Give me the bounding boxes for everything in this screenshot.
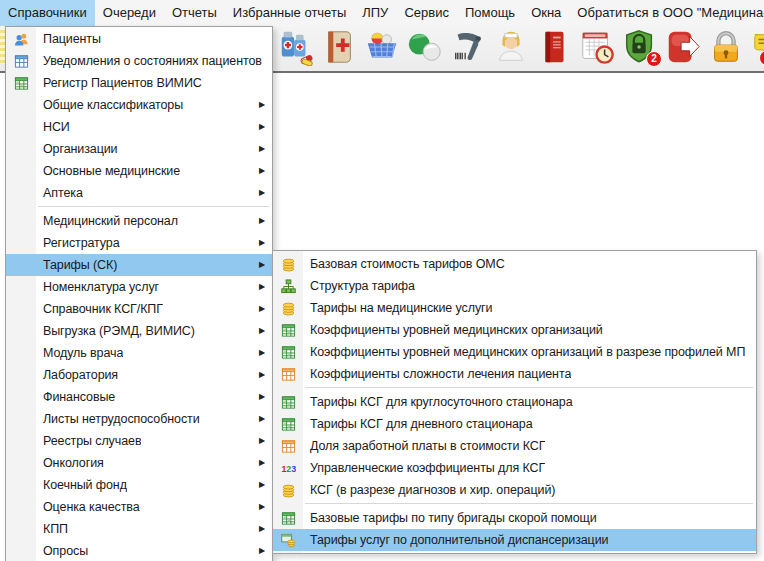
- submenu-arrow-icon: ▶: [259, 415, 272, 423]
- menubar-item-8[interactable]: Обратиться в ООО "Медицина-ИТ": [569, 0, 764, 26]
- medical-book-icon[interactable]: [320, 28, 358, 66]
- menu-item-12[interactable]: Справочник КСГ/КПГ▶: [6, 298, 272, 320]
- submenu-item-label: Структура тарифа: [303, 279, 415, 293]
- menu-item-9[interactable]: Регистратура▶: [6, 232, 272, 254]
- schedule-icon[interactable]: [578, 28, 616, 66]
- menu-item-11[interactable]: Номенклатура услуг▶: [6, 276, 272, 298]
- submenu-arrow-icon: ▶: [259, 123, 272, 131]
- menu-item-14[interactable]: Модуль врача▶: [6, 342, 272, 364]
- messages-icon[interactable]: 1: [750, 28, 764, 66]
- lock-icon[interactable]: [707, 28, 745, 66]
- menu-item-18[interactable]: Реестры случаев▶: [6, 430, 272, 452]
- pills-icon[interactable]: [406, 28, 444, 66]
- submenu-item-label: Базовые тарифы по типу бригады скорой по…: [303, 511, 597, 525]
- red-book-icon[interactable]: [535, 28, 573, 66]
- menubar-item-5[interactable]: Сервис: [396, 0, 457, 26]
- submenu-item-7[interactable]: Тарифы КСГ для дневного стационара: [273, 413, 756, 435]
- submenu-item-6[interactable]: Тарифы КСГ для круглосуточного стационар…: [273, 391, 756, 413]
- security-shield-icon[interactable]: 2: [621, 28, 659, 66]
- submenu-item-2[interactable]: Тарифы на медицинские услуги: [273, 297, 756, 319]
- menu-item-4[interactable]: НСИ▶: [6, 116, 272, 138]
- menubar-item-6[interactable]: Помощь: [457, 0, 523, 26]
- nurse-icon[interactable]: [492, 28, 530, 66]
- menubar-item-1[interactable]: Очереди: [95, 0, 164, 26]
- submenu-item-11[interactable]: Базовые тарифы по типу бригады скорой по…: [273, 507, 756, 529]
- menu-item-label: Пациенты: [36, 32, 101, 46]
- menu-item-23[interactable]: Опросы▶: [6, 540, 272, 561]
- submenu-arrow-icon: ▶: [259, 349, 272, 357]
- menu-item-22[interactable]: КПП▶: [6, 518, 272, 540]
- submenu-item-0[interactable]: Базовая стоимость тарифов ОМС: [273, 253, 756, 275]
- menu-item-label: Тарифы (СК): [36, 258, 117, 272]
- submenu-item-label: КСГ (в разрезе диагнозов и хир. операций…: [303, 483, 555, 497]
- coins-icon: [273, 479, 303, 501]
- submenu-item-9[interactable]: 123Управленческие коэффициенты для КСГ: [273, 457, 756, 479]
- submenu-arrow-icon: ▶: [259, 305, 272, 313]
- submenu-arrow-icon: ▶: [259, 459, 272, 467]
- menu-item-label: Справочник КСГ/КПГ: [36, 302, 163, 316]
- submenu-item-12[interactable]: Тарифы услуг по дополнительной диспансер…: [273, 529, 756, 551]
- menu-icon-gutter: [6, 386, 36, 408]
- menu-icon-gutter: [6, 320, 36, 342]
- submenu-arrow-icon: ▶: [259, 503, 272, 511]
- submenu-arrow-icon: ▶: [259, 189, 272, 197]
- menu-item-1[interactable]: Уведомления о состояниях пациентов: [6, 50, 272, 72]
- menu-icon-gutter: [6, 254, 36, 276]
- submenu-arrow-icon: ▶: [259, 217, 272, 225]
- submenu-item-10[interactable]: КСГ (в разрезе диагнозов и хир. операций…: [273, 479, 756, 501]
- submenu-item-label: Управленческие коэффициенты для КСГ: [303, 461, 545, 475]
- submenu-item-1[interactable]: Структура тарифа: [273, 275, 756, 297]
- submenu-arrow-icon: ▶: [259, 437, 272, 445]
- menu-separator: [38, 206, 269, 207]
- notification-badge: 2: [646, 51, 662, 67]
- menubar-item-7[interactable]: Окна: [523, 0, 569, 26]
- menu-icon-gutter: [6, 540, 36, 561]
- menu-icon-gutter: [6, 182, 36, 204]
- menu-item-0[interactable]: Пациенты: [6, 28, 272, 50]
- num123-icon: 123: [273, 457, 303, 479]
- menu-item-8[interactable]: Медицинский персонал▶: [6, 210, 272, 232]
- submenu-item-4[interactable]: Коэффициенты уровней медицинских организ…: [273, 341, 756, 363]
- table-orange-icon: [273, 435, 303, 457]
- menu-item-label: Аптека: [36, 186, 83, 200]
- pharmacy-basket-icon[interactable]: [363, 28, 401, 66]
- menu-icon-gutter: [6, 364, 36, 386]
- menu-item-19[interactable]: Онкология▶: [6, 452, 272, 474]
- menu-item-7[interactable]: Аптека▶: [6, 182, 272, 204]
- menu-item-17[interactable]: Листы нетрудоспособности▶: [6, 408, 272, 430]
- menu-item-16[interactable]: Финансовые▶: [6, 386, 272, 408]
- menubar-item-4[interactable]: ЛПУ: [354, 0, 396, 26]
- barcode-scanner-icon[interactable]: [449, 28, 487, 66]
- submenu-item-8[interactable]: Доля заработной платы в стоимости КСГ: [273, 435, 756, 457]
- menu-item-label: Модуль врача: [36, 346, 123, 360]
- submenu-item-label: Доля заработной платы в стоимости КСГ: [303, 439, 545, 453]
- menu-item-21[interactable]: Оценка качества▶: [6, 496, 272, 518]
- menu-item-15[interactable]: Лаборатория▶: [6, 364, 272, 386]
- menubar-item-2[interactable]: Отчеты: [164, 0, 225, 26]
- submenu-item-5[interactable]: Коэффициенты сложности лечения пациента: [273, 363, 756, 385]
- menu-item-label: Медицинский персонал: [36, 214, 178, 228]
- menu-icon-gutter: [6, 408, 36, 430]
- menu-item-20[interactable]: Коечный фонд▶: [6, 474, 272, 496]
- menu-item-2[interactable]: Регистр Пациентов ВИМИС: [6, 72, 272, 94]
- submenu-arrow-icon: ▶: [259, 167, 272, 175]
- menu-item-3[interactable]: Общие классификаторы▶: [6, 94, 272, 116]
- menu-item-label: Коечный фонд: [36, 478, 127, 492]
- menu-item-label: Листы нетрудоспособности: [36, 412, 200, 426]
- menu-item-6[interactable]: Основные медицинские▶: [6, 160, 272, 182]
- submenu-arrow-icon: ▶: [259, 261, 272, 269]
- submenu-arrow-icon: ▶: [259, 525, 272, 533]
- menu-item-13[interactable]: Выгрузка (РЭМД, ВИМИС)▶: [6, 320, 272, 342]
- menu-icon-gutter: [6, 496, 36, 518]
- menu-icon-gutter: [6, 276, 36, 298]
- coins-icon: [273, 253, 303, 275]
- medicine-bottles-icon[interactable]: [277, 28, 315, 66]
- menu-item-10[interactable]: Тарифы (СК)▶: [6, 254, 272, 276]
- submenu-item-3[interactable]: Коэффициенты уровней медицинских организ…: [273, 319, 756, 341]
- menu-icon-gutter: [6, 430, 36, 452]
- menubar-item-3[interactable]: Избранные отчеты: [225, 0, 354, 26]
- menu-item-5[interactable]: Организации▶: [6, 138, 272, 160]
- exit-icon[interactable]: [664, 28, 702, 66]
- menubar-item-0[interactable]: Справочники: [0, 0, 95, 26]
- submenu-item-label: Коэффициенты уровней медицинских организ…: [303, 345, 745, 359]
